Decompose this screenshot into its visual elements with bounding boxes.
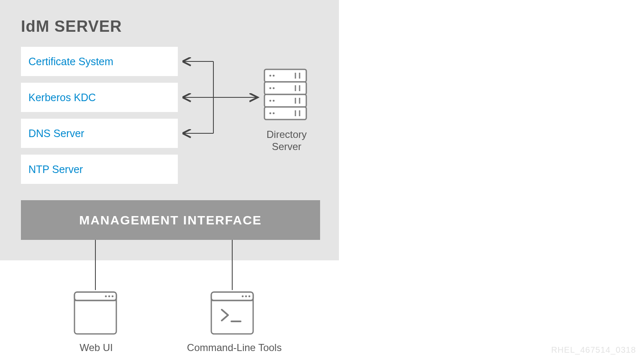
management-interface-bar: MANAGEMENT INTERFACE [21,200,320,240]
management-interface-label: MANAGEMENT INTERFACE [79,213,262,227]
cli-label: Command-Line Tools [176,342,293,354]
svg-rect-33 [211,292,253,300]
service-label: Kerberos KDC [28,92,96,104]
web-ui-label: Web UI [65,342,128,354]
service-certificate-system: Certificate System [21,47,178,76]
service-dns-server: DNS Server [21,119,178,148]
service-label: DNS Server [28,127,84,140]
directory-server-line2: Server [272,141,302,152]
directory-server-line1: Directory [267,129,307,140]
watermark-text: RHEL_467514_0318 [551,345,636,355]
svg-rect-26 [74,292,116,334]
directory-server-label: Directory Server [255,129,318,153]
svg-rect-27 [74,292,116,300]
svg-point-37 [249,295,251,298]
service-ntp-server: NTP Server [21,155,178,184]
svg-point-35 [242,295,244,298]
service-kerberos-kdc: Kerberos KDC [21,83,178,112]
service-label: Certificate System [28,56,113,68]
svg-point-30 [108,295,110,298]
idm-server-title: IdM SERVER [21,18,122,36]
svg-rect-32 [211,292,253,334]
svg-point-31 [112,295,114,298]
service-label: NTP Server [28,163,83,176]
svg-point-29 [105,295,107,298]
cli-icon [211,292,253,334]
svg-point-36 [245,295,247,298]
web-ui-icon [74,292,116,334]
